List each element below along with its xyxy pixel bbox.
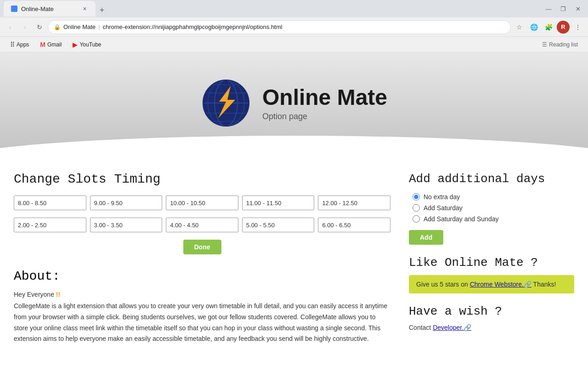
radio-saturday-input[interactable] xyxy=(413,204,420,212)
like-text-after: Thanks! xyxy=(531,281,556,288)
profile-button[interactable]: R xyxy=(557,21,570,34)
forward-button[interactable]: › xyxy=(18,21,31,34)
gmail-icon: M xyxy=(40,41,45,48)
bookmark-apps[interactable]: ⠿ Apps xyxy=(7,39,32,50)
slots-section-title: Change Slots Timing xyxy=(14,172,390,186)
done-button[interactable]: Done xyxy=(183,240,221,254)
about-greeting: Hey Everyone !! xyxy=(14,291,390,298)
slot-2-1[interactable] xyxy=(14,218,86,232)
slots-row2 xyxy=(14,218,390,232)
back-button[interactable]: ‹ xyxy=(4,21,17,34)
radio-no-extra[interactable]: No extra day xyxy=(413,193,574,201)
bookmarks-bar: ⠿ Apps M Gmail ▶ YouTube ☰ Reading list xyxy=(0,37,588,52)
right-column: Add additional days No extra day Add Sat… xyxy=(409,172,574,345)
extensions-button[interactable]: 🧩 xyxy=(542,21,555,34)
tab-favicon xyxy=(11,6,17,12)
active-tab[interactable]: Online-Mate ✕ xyxy=(4,1,96,17)
bookmark-youtube[interactable]: ▶ YouTube xyxy=(70,39,104,50)
maximize-button[interactable]: ❐ xyxy=(557,2,570,15)
hero-section: Online Mate Option page xyxy=(0,52,588,163)
bookmark-gmail[interactable]: M Gmail xyxy=(37,39,64,50)
like-box: Give us 5 stars on Chrome Webstore.🔗 Tha… xyxy=(409,275,574,293)
left-column: Change Slots Timing xyxy=(14,172,409,345)
youtube-label: YouTube xyxy=(79,41,101,48)
reading-list-label: Reading list xyxy=(549,41,578,48)
app-subtitle: Option page xyxy=(262,112,387,121)
minimize-button[interactable]: — xyxy=(542,2,555,15)
radio-no-extra-label: No extra day xyxy=(424,193,460,201)
apps-label: Apps xyxy=(17,41,29,48)
slot-1-1[interactable] xyxy=(14,196,86,210)
main-content: Change Slots Timing xyxy=(0,163,588,363)
slot-1-3[interactable] xyxy=(166,196,238,210)
wish-section-title: Have a wish ? xyxy=(409,305,574,318)
lock-icon: 🔒 xyxy=(54,24,61,30)
wish-text-before: Contact xyxy=(409,324,433,331)
apps-icon: ⠿ xyxy=(10,41,15,48)
slot-2-5[interactable] xyxy=(318,218,390,232)
url-text: chrome-extension://nnijiapgphahmglpcogbo… xyxy=(102,23,505,30)
bookmark-button[interactable]: ☆ xyxy=(513,21,526,34)
site-name: Online Mate xyxy=(63,23,96,30)
gmail-label: Gmail xyxy=(47,41,62,48)
radio-group: No extra day Add Saturday Add Saturday a… xyxy=(409,193,574,223)
radio-saturday-sunday-input[interactable] xyxy=(413,215,420,223)
app-logo xyxy=(201,78,251,128)
developer-link-icon: 🔗 xyxy=(464,324,471,331)
reading-list-icon: ☰ xyxy=(542,41,547,48)
radio-no-extra-input[interactable] xyxy=(413,193,420,201)
close-button[interactable]: ✕ xyxy=(571,2,584,15)
menu-button[interactable]: ⋮ xyxy=(571,21,584,34)
add-days-title: Add additional days xyxy=(409,172,574,186)
exclaim-text: !! xyxy=(56,291,60,298)
slot-2-4[interactable] xyxy=(242,218,315,232)
tab-title: Online-Mate xyxy=(21,6,77,12)
slot-1-2[interactable] xyxy=(90,196,163,210)
like-text-before: Give us 5 stars on xyxy=(416,281,470,288)
radio-saturday[interactable]: Add Saturday xyxy=(413,204,574,212)
slot-2-2[interactable] xyxy=(90,218,163,232)
chrome-webstore-link[interactable]: Chrome Webstore.🔗 xyxy=(470,281,531,288)
translate-button[interactable]: 🌐 xyxy=(527,21,540,34)
youtube-icon: ▶ xyxy=(73,41,78,48)
slot-1-5[interactable] xyxy=(318,196,390,210)
reading-list-button[interactable]: ☰ Reading list xyxy=(539,40,581,50)
page-content: Online Mate Option page Change Slots Tim… xyxy=(0,52,588,368)
new-tab-button[interactable]: + xyxy=(96,4,108,17)
like-section-title: Like Online Mate ? xyxy=(409,256,574,270)
app-name: Online Mate xyxy=(262,85,387,110)
radio-saturday-sunday[interactable]: Add Saturday and Sunday xyxy=(413,215,574,223)
app-title-block: Online Mate Option page xyxy=(262,85,387,121)
slot-2-3[interactable] xyxy=(166,218,238,232)
developer-link[interactable]: Developer.🔗 xyxy=(433,324,471,331)
url-separator: | xyxy=(98,23,100,30)
refresh-button[interactable]: ↻ xyxy=(33,21,46,34)
slot-1-4[interactable] xyxy=(242,196,315,210)
address-bar[interactable]: 🔒 Online Mate | chrome-extension://nniji… xyxy=(48,20,511,34)
wish-text: Contact Developer.🔗 xyxy=(409,324,574,331)
add-button[interactable]: Add xyxy=(409,230,443,245)
about-body: CollegeMate is a light extension that al… xyxy=(14,301,390,345)
slots-row1 xyxy=(14,196,390,210)
radio-saturday-sunday-label: Add Saturday and Sunday xyxy=(424,215,498,223)
about-section-title: About: xyxy=(14,269,390,283)
radio-saturday-label: Add Saturday xyxy=(424,204,463,212)
link-icon: 🔗 xyxy=(524,281,531,288)
tab-close-button[interactable]: ✕ xyxy=(81,5,88,12)
